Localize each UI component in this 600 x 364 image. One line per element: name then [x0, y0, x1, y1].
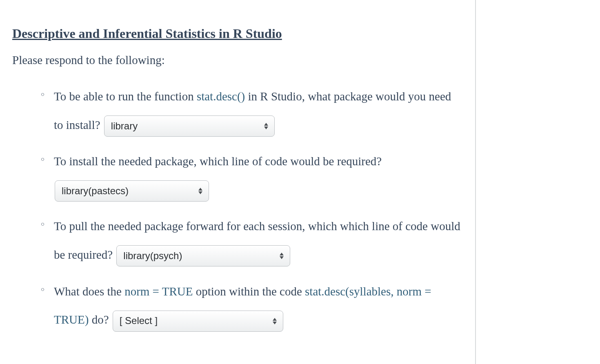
updown-icon: [264, 123, 269, 129]
page-title: Descriptive and Inferential Statistics i…: [12, 26, 463, 41]
q4-text-c: do?: [89, 313, 111, 326]
svg-marker-1: [264, 127, 268, 129]
updown-icon: [198, 188, 203, 194]
svg-marker-3: [198, 191, 202, 194]
question-item-3: To pull the needed package forward for e…: [41, 212, 463, 269]
question-list: To be able to run the function stat.desc…: [41, 82, 463, 334]
q2-select-label: library(pastecs): [62, 185, 129, 197]
intro-text: Please respond to the following:: [12, 53, 463, 67]
svg-marker-7: [273, 322, 277, 324]
q3-select[interactable]: library(psych): [116, 245, 290, 266]
question-page: Descriptive and Inferential Statistics i…: [0, 0, 476, 364]
question-item-1: To be able to run the function stat.desc…: [41, 82, 463, 139]
q4-text-b: option within the code: [193, 285, 305, 298]
question-item-2: To install the needed package, which lin…: [41, 147, 463, 204]
q2-text: To install the needed package, which lin…: [54, 155, 382, 168]
q4-code-a: norm = TRUE: [124, 285, 193, 298]
q4-select-label: [ Select ]: [120, 315, 158, 327]
svg-marker-0: [264, 123, 268, 126]
updown-icon: [279, 253, 284, 259]
question-item-4: What does the norm = TRUE option within …: [41, 277, 463, 334]
svg-marker-5: [280, 256, 284, 259]
q1-select-label: library: [111, 120, 138, 132]
q3-select-label: library(psych): [123, 250, 182, 262]
q1-select[interactable]: library: [104, 115, 275, 137]
q4-select[interactable]: [ Select ]: [113, 311, 283, 332]
updown-icon: [272, 318, 277, 324]
q2-select[interactable]: library(pastecs): [55, 180, 209, 202]
svg-marker-2: [198, 188, 202, 191]
q4-text-a: What does the: [54, 285, 124, 298]
q1-code: stat.desc(): [197, 90, 245, 103]
svg-marker-4: [280, 253, 284, 255]
svg-marker-6: [273, 318, 277, 321]
q1-text-a: To be able to run the function: [54, 90, 197, 103]
